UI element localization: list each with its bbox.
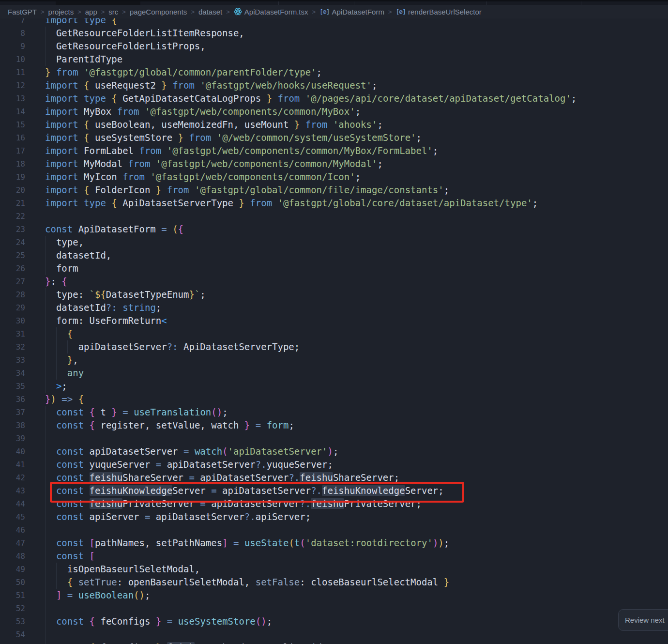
- code-line[interactable]: 52: [0, 602, 668, 615]
- code-line[interactable]: 11} from '@fastgpt/global/common/parentF…: [0, 66, 668, 79]
- code-line[interactable]: 36}) => {: [0, 393, 668, 406]
- code-line[interactable]: 33 },: [0, 353, 668, 367]
- line-number[interactable]: 12: [0, 79, 33, 92]
- line-number[interactable]: 18: [0, 157, 33, 170]
- line-number[interactable]: 39: [0, 432, 33, 445]
- line-number[interactable]: 41: [0, 458, 33, 471]
- line-number[interactable]: 30: [0, 314, 33, 327]
- code-line[interactable]: 32 apiDatasetServer?: ApiDatasetServerTy…: [0, 340, 668, 353]
- code-line[interactable]: 21import type { ApiDatasetServerType } f…: [0, 197, 668, 210]
- code-line[interactable]: 8 GetResourceFolderListItemResponse,: [0, 27, 668, 40]
- line-number[interactable]: 10: [0, 53, 33, 66]
- line-number[interactable]: 13: [0, 92, 33, 105]
- code-line[interactable]: 27}: {: [0, 275, 668, 288]
- line-number[interactable]: 32: [0, 340, 33, 353]
- breadcrumb-item-projects[interactable]: projects: [48, 8, 74, 16]
- line-number[interactable]: 42: [0, 471, 33, 484]
- code-line[interactable]: 39: [0, 432, 668, 445]
- line-number[interactable]: 8: [0, 27, 33, 40]
- code-line[interactable]: 31 {: [0, 327, 668, 340]
- line-number[interactable]: 51: [0, 589, 33, 602]
- breadcrumb-item-apidatasetform[interactable]: [⊘]ApiDatasetForm: [319, 8, 384, 16]
- breadcrumb-item-fastgpt[interactable]: FastGPT: [8, 8, 37, 16]
- code-line[interactable]: 51 ] = useBoolean();: [0, 589, 668, 602]
- code-line[interactable]: 48 const [: [0, 550, 668, 563]
- line-number[interactable]: 43: [0, 484, 33, 497]
- line-number[interactable]: 19: [0, 170, 33, 184]
- code-line[interactable]: 54: [0, 628, 668, 641]
- code-line[interactable]: 40 const apiDatasetServer = watch('apiDa…: [0, 445, 668, 458]
- code-line[interactable]: 34 any: [0, 367, 668, 380]
- line-number[interactable]: 23: [0, 223, 33, 236]
- breadcrumb-item-apidatasetform-tsx[interactable]: ApiDatasetForm.tsx: [234, 8, 308, 16]
- breadcrumb-item-dataset[interactable]: dataset: [198, 8, 222, 16]
- line-number[interactable]: 21: [0, 197, 33, 210]
- line-number[interactable]: 47: [0, 537, 33, 550]
- line-number[interactable]: 26: [0, 262, 33, 275]
- line-number[interactable]: 25: [0, 249, 33, 262]
- code-line[interactable]: 10 ParentIdType: [0, 53, 668, 66]
- breadcrumb-item-renderbaseurlselector[interactable]: [⊘]renderBaseUrlSelector: [396, 8, 482, 16]
- code-line[interactable]: 46: [0, 523, 668, 537]
- line-number[interactable]: 20: [0, 184, 33, 197]
- breadcrumb-item-app[interactable]: app: [85, 8, 97, 16]
- code-line[interactable]: 19import MyIcon from '@fastgpt/web/compo…: [0, 170, 668, 184]
- line-number[interactable]: 24: [0, 236, 33, 249]
- code-line[interactable]: 49 isOpenBaseurlSeletModal,: [0, 563, 668, 576]
- code-line[interactable]: 18import MyModal from '@fastgpt/web/comp…: [0, 157, 668, 170]
- code-line[interactable]: 17import FormLabel from '@fastgpt/web/co…: [0, 144, 668, 157]
- line-number[interactable]: 22: [0, 210, 33, 223]
- line-number[interactable]: 15: [0, 118, 33, 131]
- line-number[interactable]: 38: [0, 419, 33, 432]
- code-line[interactable]: 55 const { feConfigs } feishu the datase…: [0, 641, 668, 644]
- code-line[interactable]: 37 const { t } = useTranslation();: [0, 406, 668, 419]
- code-line[interactable]: 38 const { register, setValue, watch } =…: [0, 419, 668, 432]
- line-number[interactable]: 36: [0, 393, 33, 406]
- review-next-button[interactable]: Review next: [618, 609, 668, 631]
- code-line[interactable]: 22: [0, 210, 668, 223]
- line-number[interactable]: 33: [0, 353, 33, 367]
- line-number[interactable]: 29: [0, 301, 33, 314]
- code-line[interactable]: 23const ApiDatasetForm = ({: [0, 223, 668, 236]
- line-number[interactable]: 45: [0, 510, 33, 523]
- line-number[interactable]: 46: [0, 523, 33, 537]
- line-number[interactable]: 49: [0, 563, 33, 576]
- code-line[interactable]: 14import MyBox from '@fastgpt/web/compon…: [0, 105, 668, 118]
- line-number[interactable]: 37: [0, 406, 33, 419]
- line-number[interactable]: 9: [0, 40, 33, 53]
- code-line[interactable]: 16import { useSystemStore } from '@/web/…: [0, 131, 668, 144]
- line-number[interactable]: 16: [0, 131, 33, 144]
- code-line[interactable]: 25 datasetId,: [0, 249, 668, 262]
- code-line[interactable]: 28 type: `${DatasetTypeEnum}`;: [0, 288, 668, 301]
- code-line[interactable]: 24 type,: [0, 236, 668, 249]
- code-line[interactable]: 45 const apiServer = apiDatasetServer?.a…: [0, 510, 668, 523]
- line-number[interactable]: 54: [0, 628, 33, 641]
- code-line[interactable]: 50 { setTrue: openBaseurlSeletModal, set…: [0, 576, 668, 589]
- line-number[interactable]: 52: [0, 602, 33, 615]
- code-line[interactable]: 20import { FolderIcon } from '@fastgpt/g…: [0, 184, 668, 197]
- code-line[interactable]: 53 const { feConfigs } = useSystemStore(…: [0, 615, 668, 628]
- line-number[interactable]: 28: [0, 288, 33, 301]
- line-number[interactable]: 53: [0, 615, 33, 628]
- code-line[interactable]: 12import { useRequest2 } from '@fastgpt/…: [0, 79, 668, 92]
- code-line[interactable]: 47 const [pathNames, setPathNames] = use…: [0, 537, 668, 550]
- line-number[interactable]: 17: [0, 144, 33, 157]
- code-line[interactable]: 41 const yuqueServer = apiDatasetServer?…: [0, 458, 668, 471]
- code-line[interactable]: 13import type { GetApiDatasetCataLogProp…: [0, 92, 668, 105]
- line-number[interactable]: 27: [0, 275, 33, 288]
- line-number[interactable]: 55: [0, 641, 33, 644]
- line-number[interactable]: 14: [0, 105, 33, 118]
- line-number[interactable]: 35: [0, 380, 33, 393]
- line-number[interactable]: 44: [0, 497, 33, 510]
- line-number[interactable]: 34: [0, 367, 33, 380]
- line-number[interactable]: 48: [0, 550, 33, 563]
- line-number[interactable]: 11: [0, 66, 33, 79]
- code-line[interactable]: 15import { useBoolean, useMemoizedFn, us…: [0, 118, 668, 131]
- line-number[interactable]: 50: [0, 576, 33, 589]
- breadcrumb-item-pagecomponents[interactable]: pageComponents: [130, 8, 187, 16]
- code-line[interactable]: 30 form: UseFormReturn<: [0, 314, 668, 327]
- code-line[interactable]: 29 datasetId?: string;: [0, 301, 668, 314]
- breadcrumb-item-src[interactable]: src: [108, 8, 118, 16]
- code-line[interactable]: 26 form: [0, 262, 668, 275]
- line-number[interactable]: 31: [0, 327, 33, 340]
